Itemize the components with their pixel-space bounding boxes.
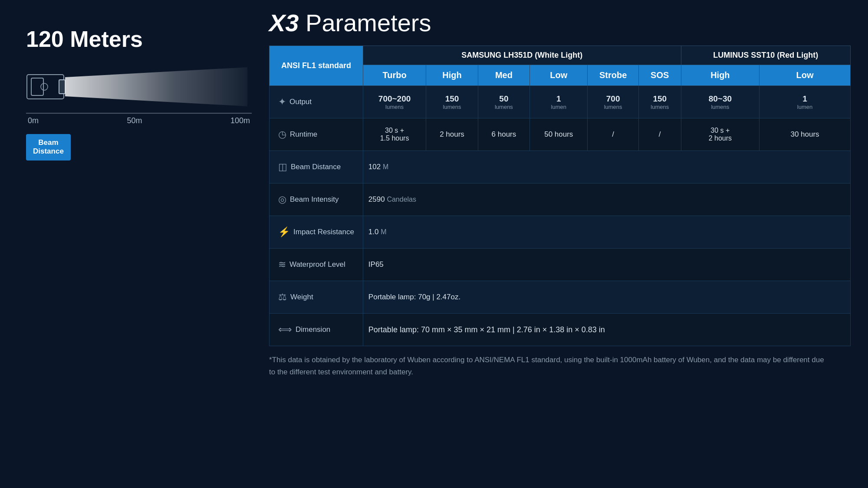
output-row: ✦ Output 700~200 lumens 150 lumens 50 lu… xyxy=(270,86,851,118)
col-low: Low xyxy=(530,65,588,86)
runtime-turbo: 30 s + 1.5 hours xyxy=(363,118,426,151)
runtime-high: 2 hours xyxy=(426,118,478,151)
ruler-0m: 0m xyxy=(28,116,39,125)
dimension-label-cell: ⟺ Dimension xyxy=(270,314,363,346)
impact-value: 1.0 M xyxy=(363,216,850,249)
ansi-header: ANSI FL1 standard xyxy=(270,46,363,86)
waterproof-label-cell: ≋ Waterproof Level xyxy=(270,249,363,281)
output-high: 150 lumens xyxy=(426,86,478,118)
beam-intensity-row: ◎ Beam Intensity 2590 Candelas xyxy=(270,183,851,216)
col-sos: SOS xyxy=(638,65,681,86)
output-icon: ✦ xyxy=(278,96,286,108)
runtime-row: ◷ Runtime 30 s + 1.5 hours 2 hours 6 hou… xyxy=(270,118,851,151)
svg-rect-1 xyxy=(31,78,43,95)
luminus-header: LUMINUS SST10 (Red Light) xyxy=(681,46,850,65)
beam-distance-value: 102 M xyxy=(363,151,850,183)
impact-label: Impact Resistance xyxy=(293,228,354,236)
waterproof-label: Waterproof Level xyxy=(289,260,345,269)
output-low: 1 lumen xyxy=(530,86,588,118)
beam-intensity-label-cell: ◎ Beam Intensity xyxy=(270,183,363,216)
impact-label-cell: ⚡ Impact Resistance xyxy=(270,216,363,249)
col-strobe: Strobe xyxy=(588,65,638,86)
impact-icon: ⚡ xyxy=(278,226,290,238)
luminus-header-text: LUMINUS SST10 (Red Light) xyxy=(713,51,818,59)
output-strobe: 700 lumens xyxy=(588,86,638,118)
output-turbo: 700~200 lumens xyxy=(363,86,426,118)
col-red-high: High xyxy=(681,65,759,86)
dimension-icon: ⟺ xyxy=(278,324,292,335)
ruler-line xyxy=(26,113,252,114)
runtime-icon: ◷ xyxy=(278,129,286,140)
waterproof-value: IP65 xyxy=(363,249,850,281)
ruler-100m: 100m xyxy=(230,116,250,125)
beam-btn-line2: Distance xyxy=(33,147,64,155)
runtime-strobe: / xyxy=(588,118,638,151)
runtime-red-high: 30 s + 2 hours xyxy=(681,118,759,151)
dimension-label: Dimension xyxy=(296,325,330,334)
ruler-labels: 0m 50m 100m xyxy=(26,116,252,125)
impact-row: ⚡ Impact Resistance 1.0 M xyxy=(270,216,851,249)
weight-icon: ⚖ xyxy=(278,291,287,303)
dimension-row: ⟺ Dimension Portable lamp: 70 mm × 35 mm… xyxy=(270,314,851,346)
beam-btn-line1: Beam xyxy=(38,138,58,147)
samsung-header: SAMSUNG LH351D (White Light) xyxy=(363,46,681,65)
beam-intensity-icon: ◎ xyxy=(278,194,286,205)
right-panel: X3 Parameters ANSI FL1 standard SAMSUNG … xyxy=(269,9,851,378)
runtime-label-cell: ◷ Runtime xyxy=(270,118,363,151)
ruler-50m: 50m xyxy=(127,116,142,125)
beam-distance-row: ◫ Beam Distance 102 M xyxy=(270,151,851,183)
col-turbo: Turbo xyxy=(363,65,426,86)
output-red-high: 80~30 lumens xyxy=(681,86,759,118)
runtime-low: 50 hours xyxy=(530,118,588,151)
model-name: X3 xyxy=(269,9,299,36)
col-med: Med xyxy=(478,65,529,86)
output-label: Output xyxy=(289,98,312,106)
runtime-sos: / xyxy=(638,118,681,151)
table-header-row1: ANSI FL1 standard SAMSUNG LH351D (White … xyxy=(270,46,851,65)
output-red-low: 1 lumen xyxy=(760,86,851,118)
output-label-cell: ✦ Output xyxy=(270,86,363,118)
weight-label: Weight xyxy=(290,293,313,301)
svg-marker-4 xyxy=(65,67,247,106)
col-red-low: Low xyxy=(760,65,851,86)
runtime-label: Runtime xyxy=(290,130,317,139)
runtime-red-low: 30 hours xyxy=(760,118,851,151)
flashlight-svg xyxy=(26,65,252,108)
beam-distance-label-cell: ◫ Beam Distance xyxy=(270,151,363,183)
waterproof-icon: ≋ xyxy=(278,259,286,270)
beam-distance-label: Beam Distance xyxy=(291,163,341,171)
beam-intensity-value: 2590 Candelas xyxy=(363,183,850,216)
dimension-value: Portable lamp: 70 mm × 35 mm × 21 mm | 2… xyxy=(363,314,850,346)
weight-row: ⚖ Weight Portable lamp: 70g | 2.47oz. xyxy=(270,281,851,314)
footnote: *This data is obtained by the laboratory… xyxy=(269,354,825,377)
distance-title: 120 Meters xyxy=(26,26,269,52)
beam-visual xyxy=(26,65,252,108)
svg-rect-2 xyxy=(59,80,65,94)
output-med: 50 lumens xyxy=(478,86,529,118)
weight-value: Portable lamp: 70g | 2.47oz. xyxy=(363,281,850,314)
beam-distance-button[interactable]: Beam Distance xyxy=(26,134,71,160)
weight-label-cell: ⚖ Weight xyxy=(270,281,363,314)
output-sos: 150 lumens xyxy=(638,86,681,118)
col-high: High xyxy=(426,65,478,86)
title-label: Parameters xyxy=(306,9,431,36)
beam-distance-icon: ◫ xyxy=(278,161,287,173)
params-table: ANSI FL1 standard SAMSUNG LH351D (White … xyxy=(269,46,851,346)
svg-point-3 xyxy=(41,83,48,90)
left-panel: 120 Meters 0m xyxy=(26,26,269,160)
runtime-med: 6 hours xyxy=(478,118,529,151)
waterproof-row: ≋ Waterproof Level IP65 xyxy=(270,249,851,281)
beam-intensity-label: Beam Intensity xyxy=(290,195,339,204)
page-title: X3 Parameters xyxy=(269,9,851,37)
